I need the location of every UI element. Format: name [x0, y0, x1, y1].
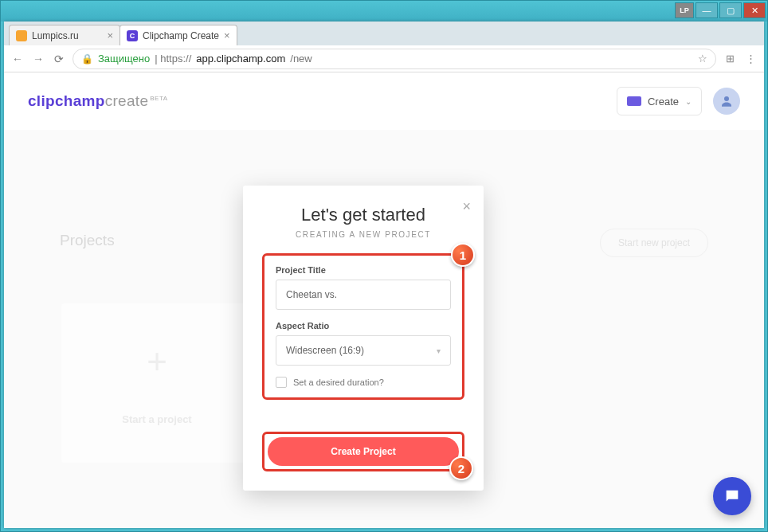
maximize-button[interactable]: ▢	[719, 2, 742, 18]
create-project-button[interactable]: Create Project	[268, 437, 459, 466]
new-project-card[interactable]: + Start a project	[61, 303, 253, 463]
create-dropdown[interactable]: Create ⌄	[617, 87, 702, 115]
page-content: clipchampcreateBETA Create ⌄ Projects St…	[4, 72, 764, 528]
secure-label: Защищено	[98, 53, 150, 65]
bookmark-icon[interactable]: ☆	[698, 53, 707, 65]
window-titlebar: LP — ▢ ✕	[1, 1, 767, 22]
browser-frame: Lumpics.ru × C Clipchamp Create × ← → ⟳ …	[4, 22, 764, 528]
lock-icon: 🔒	[81, 53, 93, 65]
card-label: Start a project	[122, 413, 191, 425]
new-project-modal: × Let's get started CREATING A NEW PROJE…	[243, 186, 484, 491]
os-window: LP — ▢ ✕ Lumpics.ru × C Clipchamp Create…	[0, 0, 768, 532]
create-label: Create	[648, 96, 679, 108]
avatar[interactable]	[713, 88, 740, 115]
url-host: app.clipchamp.com	[196, 53, 285, 65]
start-new-project-button[interactable]: Start new project	[600, 229, 708, 257]
reload-button[interactable]: ⟳	[52, 52, 66, 66]
browser-tab[interactable]: C Clipchamp Create ×	[120, 25, 237, 45]
minimize-button[interactable]: —	[696, 2, 718, 18]
chat-widget-button[interactable]	[713, 477, 751, 515]
menu-icon[interactable]: ⋮	[743, 52, 758, 66]
address-bar: ← → ⟳ 🔒 Защищено | https://app.clipchamp…	[4, 45, 764, 72]
url-scheme: | https://	[155, 53, 191, 65]
project-title-input[interactable]	[276, 280, 451, 310]
tab-close-icon[interactable]: ×	[107, 29, 113, 41]
form-annotation-box: 1 Project Title Aspect Ratio Widescreen …	[262, 253, 464, 400]
projects-heading: Projects	[60, 232, 115, 249]
tab-title: Clipchamp Create	[143, 30, 219, 41]
annotation-badge-2: 2	[449, 456, 473, 480]
chevron-down-icon: ⌄	[685, 97, 692, 106]
user-icon	[719, 94, 734, 108]
svg-point-0	[724, 96, 729, 101]
app-topbar: clipchampcreateBETA Create ⌄	[4, 72, 764, 130]
titlebar-badge: LP	[675, 2, 694, 18]
aspect-swatch-icon	[627, 96, 641, 106]
back-button[interactable]: ←	[10, 52, 25, 66]
duration-checkbox-row[interactable]: Set a desired duration?	[276, 377, 451, 388]
modal-subtitle: CREATING A NEW PROJECT	[262, 230, 464, 239]
annotation-badge-1: 1	[451, 243, 475, 267]
chat-icon	[723, 487, 741, 505]
duration-label: Set a desired duration?	[293, 377, 384, 387]
aspect-ratio-select[interactable]: Widescreen (16:9) ▾	[276, 335, 451, 366]
chevron-down-icon: ▾	[437, 346, 441, 355]
extension-icon[interactable]: ⊞	[723, 52, 737, 66]
checkbox[interactable]	[276, 377, 287, 388]
aspect-ratio-label: Aspect Ratio	[276, 321, 451, 331]
modal-close-button[interactable]: ×	[462, 198, 471, 215]
tab-title: Lumpics.ru	[32, 30, 79, 41]
url-path: /new	[290, 53, 312, 65]
tab-close-icon[interactable]: ×	[224, 29, 230, 41]
modal-title: Let's get started	[262, 205, 464, 225]
favicon-icon	[16, 30, 27, 41]
select-value: Widescreen (16:9)	[286, 345, 364, 356]
close-window-button[interactable]: ✕	[743, 2, 766, 18]
forward-button[interactable]: →	[31, 52, 45, 66]
browser-tab[interactable]: Lumpics.ru ×	[9, 25, 120, 45]
button-annotation-box: Create Project 2	[262, 432, 464, 471]
plus-icon: +	[147, 342, 167, 381]
project-title-label: Project Title	[276, 265, 451, 275]
url-input[interactable]: 🔒 Защищено | https://app.clipchamp.com/n…	[72, 49, 716, 69]
logo: clipchampcreateBETA	[28, 92, 168, 110]
favicon-icon: C	[127, 30, 138, 41]
tab-strip: Lumpics.ru × C Clipchamp Create ×	[4, 22, 764, 45]
